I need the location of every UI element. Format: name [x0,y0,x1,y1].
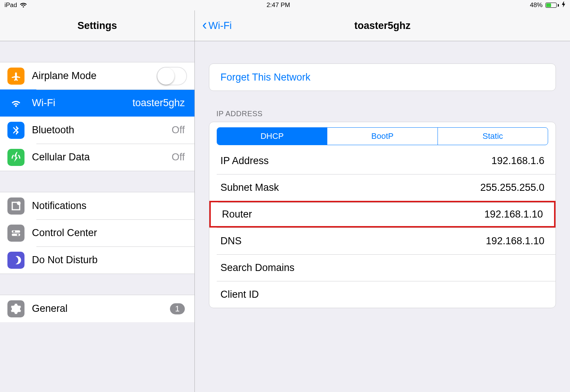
dns-value: 192.168.1.10 [486,235,544,247]
cellular-value: Off [171,151,185,163]
sidebar-item-general[interactable]: General 1 [0,295,194,322]
sidebar-item-control-center[interactable]: Control Center [0,219,194,246]
sidebar-item-bluetooth[interactable]: Bluetooth Off [0,117,194,144]
back-label: Wi-Fi [209,20,232,32]
detail-header: ‹ Wi-Fi toaster5ghz [195,10,570,41]
device-name: iPad [4,1,17,9]
row-search-domains[interactable]: Search Domains [209,254,556,281]
row-client-id[interactable]: Client ID [209,281,556,308]
row-router[interactable]: Router 192.168.1.10 [209,201,556,228]
battery-percent: 48% [530,1,543,9]
sidebar-item-airplane[interactable]: Airplane Mode [0,62,194,89]
forget-network-button[interactable]: Forget This Network [209,64,556,91]
general-label: General [32,303,170,314]
svg-point-4 [17,233,19,235]
detail-title: toaster5ghz [354,20,411,32]
cellular-label: Cellular Data [32,151,171,163]
subnet-label: Subnet Mask [220,182,480,193]
charging-icon [562,1,566,9]
chevron-left-icon: ‹ [202,18,207,32]
notifications-label: Notifications [32,200,187,212]
settings-sidebar: Settings Airplane Mode Wi-Fi toaster5ghz… [0,10,195,392]
general-badge: 1 [170,303,185,314]
sidebar-item-wifi[interactable]: Wi-Fi toaster5ghz [0,89,194,117]
sidebar-item-cellular[interactable]: Cellular Data Off [0,144,194,171]
wifi-icon [7,95,24,112]
airplane-label: Airplane Mode [32,70,157,82]
ip-address-value: 192.168.1.6 [491,155,544,167]
control-center-icon [7,225,24,242]
client-id-label: Client ID [220,289,544,300]
sidebar-item-notifications[interactable]: Notifications [0,192,194,219]
bluetooth-icon [7,122,24,139]
sidebar-item-dnd[interactable]: Do Not Disturb [0,246,194,274]
svg-point-3 [13,231,15,232]
forget-label: Forget This Network [220,72,311,83]
segment-dhcp[interactable]: DHCP [217,128,327,145]
svg-rect-1 [12,230,20,232]
router-label: Router [222,209,484,220]
row-subnet-mask[interactable]: Subnet Mask 255.255.255.0 [209,174,556,201]
notifications-icon [7,197,24,215]
search-domains-label: Search Domains [220,262,544,274]
status-bar: iPad 2:47 PM 48% [0,0,570,10]
svg-point-0 [17,201,21,205]
ip-address-section-label: IP ADDRESS [216,110,556,118]
ip-mode-segment: DHCP BootP Static [217,127,548,145]
router-value: 192.168.1.10 [484,209,543,220]
bluetooth-value: Off [171,124,185,136]
back-button[interactable]: ‹ Wi-Fi [202,19,232,32]
forget-network-card: Forget This Network [209,63,556,91]
wifi-label: Wi-Fi [32,97,132,109]
detail-pane: ‹ Wi-Fi toaster5ghz Forget This Network … [195,10,570,392]
svg-rect-2 [12,233,20,236]
subnet-value: 255.255.255.0 [480,182,544,193]
bluetooth-label: Bluetooth [32,124,171,136]
row-dns[interactable]: DNS 192.168.1.10 [209,228,556,254]
sidebar-group-alerts: Notifications Control Center Do Not Dist… [0,192,194,274]
airplane-switch[interactable] [157,67,187,85]
control-center-label: Control Center [32,227,187,239]
battery-icon [546,3,559,8]
ip-address-label: IP Address [220,155,491,167]
row-ip-address[interactable]: IP Address 192.168.1.6 [209,147,556,174]
sidebar-group-general: General 1 [0,295,194,322]
sidebar-group-connectivity: Airplane Mode Wi-Fi toaster5ghz Bluetoot… [0,62,194,171]
status-time: 2:47 PM [266,1,290,9]
segment-bootp[interactable]: BootP [327,128,437,145]
airplane-icon [7,68,24,85]
sidebar-title: Settings [0,10,194,41]
gear-icon [7,300,24,317]
segment-static[interactable]: Static [438,128,548,145]
dns-label: DNS [220,235,486,247]
ip-address-card: DHCP BootP Static IP Address 192.168.1.6… [209,122,556,308]
cellular-icon [7,149,24,166]
dnd-label: Do Not Disturb [32,254,187,266]
wifi-status-icon [20,3,27,8]
moon-icon [7,252,24,269]
wifi-value: toaster5ghz [132,97,185,109]
